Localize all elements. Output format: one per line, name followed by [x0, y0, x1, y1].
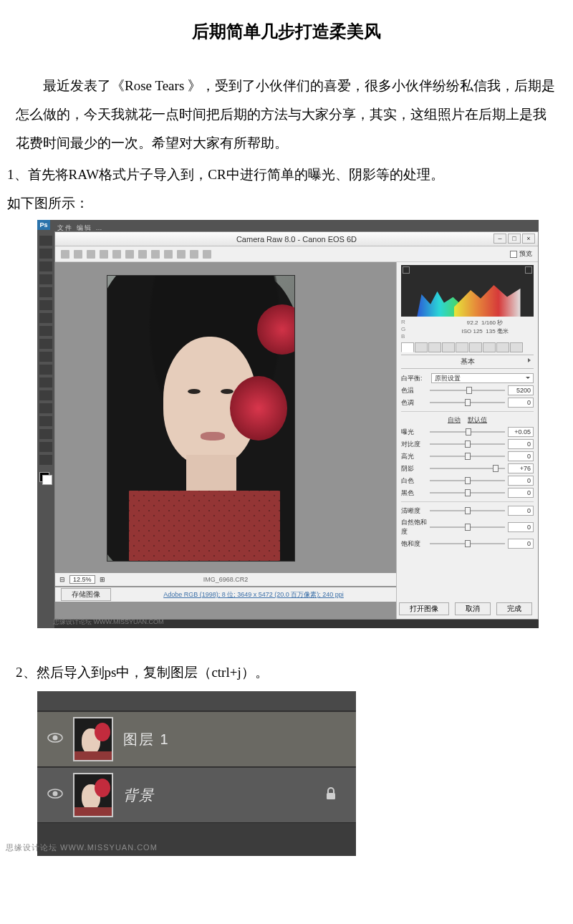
rose-icon [230, 376, 287, 441]
ps-menubar: Ps 文件 编辑 … [37, 220, 539, 231]
tool-icon[interactable] [39, 429, 52, 439]
default-link[interactable]: 默认值 [468, 415, 487, 425]
close-icon[interactable]: × [522, 234, 535, 244]
slider-blacks[interactable]: 黑色0 [401, 488, 534, 498]
tool-icon[interactable] [100, 250, 108, 259]
auto-link[interactable]: 自动 [448, 415, 461, 425]
layer-row-background[interactable]: 背景 [37, 767, 356, 823]
tool-icon[interactable] [39, 326, 52, 336]
tool-icon[interactable] [39, 455, 52, 465]
tool-icon[interactable] [138, 250, 147, 259]
panel-title-basic: 基本 [401, 355, 534, 369]
tab-icon[interactable] [496, 342, 509, 352]
maximize-icon[interactable]: □ [508, 234, 521, 244]
step1-line1: 1、首先将RAW格式片子导入到，CR中进行简单的曝光、阴影等的处理。 [0, 160, 573, 189]
shadow-clip-icon[interactable] [403, 266, 410, 274]
article-intro: 最近发表了《Rose Tears 》，受到了小伙伴们的喜爱，很多小伙伴纷纷私信我… [0, 72, 573, 158]
minimize-icon[interactable]: – [493, 234, 506, 244]
tab-basic[interactable] [401, 342, 414, 352]
tool-icon[interactable] [39, 352, 52, 362]
ps-left-toolbar [37, 231, 54, 628]
color-profile-link[interactable]: Adobe RGB (1998); 8 位; 3649 x 5472 (20.0… [111, 590, 396, 600]
tool-icon[interactable] [203, 250, 211, 259]
slider-saturation[interactable]: 饱和度0 [401, 539, 534, 549]
tab-icon[interactable] [469, 342, 482, 352]
tool-icon[interactable] [177, 250, 186, 259]
zoom-control[interactable]: ⊟ 12.5% ⊞ [59, 575, 105, 584]
layer-name[interactable]: 图层 1 [123, 730, 170, 749]
visibility-eye-icon[interactable] [37, 788, 73, 802]
layer-name[interactable]: 背景 [123, 786, 155, 805]
tool-icon[interactable] [39, 339, 52, 349]
tool-icon[interactable] [39, 365, 52, 375]
tool-icon[interactable] [112, 250, 121, 259]
tool-icon[interactable] [39, 416, 52, 426]
tab-icon[interactable] [442, 342, 455, 352]
cr-preview-area: ⊟ 12.5% ⊞ IMG_6968.CR2 存储图像 Adobe RGB (1… [55, 262, 396, 619]
tool-icon[interactable] [164, 250, 173, 259]
tool-icon[interactable] [39, 390, 52, 400]
filename-label: IMG_6968.CR2 [203, 576, 249, 583]
tool-icon[interactable] [39, 377, 52, 388]
svg-point-1 [53, 736, 58, 741]
camera-raw-screenshot: Ps 文件 编辑 … Camera Raw 8.0 - Canon EOS 6D… [37, 220, 539, 628]
color-swatch-icon[interactable] [39, 472, 52, 485]
svg-rect-4 [327, 793, 335, 799]
layer-thumbnail [73, 773, 113, 817]
exif-info: RGB f/2.2 1/160 秒 ISO 125 135 毫米 [401, 319, 534, 340]
tool-icon[interactable] [87, 250, 95, 259]
camera-raw-window: Camera Raw 8.0 - Canon EOS 6D – □ × 预览 [54, 231, 539, 620]
histogram [401, 265, 534, 317]
cr-window-title: Camera Raw 8.0 - Canon EOS 6D [236, 235, 357, 244]
preview-label: 预览 [519, 249, 532, 259]
tool-icon[interactable] [39, 236, 52, 246]
tool-icon[interactable] [39, 249, 52, 259]
tool-icon[interactable] [39, 403, 52, 413]
tab-icon[interactable] [483, 342, 496, 352]
checkbox-icon[interactable] [510, 251, 517, 258]
tab-icon[interactable] [510, 342, 523, 352]
slider-shadows[interactable]: 阴影+76 [401, 463, 534, 473]
layers-panel-screenshot: 图层 1 背景 [37, 691, 356, 856]
tab-icon[interactable] [415, 342, 428, 352]
layer-row-layer1[interactable]: 图层 1 [37, 711, 356, 767]
tool-icon[interactable] [74, 250, 82, 259]
tool-icon[interactable] [39, 287, 52, 297]
slider-clarity[interactable]: 清晰度0 [401, 506, 534, 516]
slider-highlights[interactable]: 高光0 [401, 451, 534, 461]
photo-preview [107, 275, 295, 562]
tab-icon[interactable] [456, 342, 468, 352]
cr-settings-panel: RGB f/2.2 1/160 秒 ISO 125 135 毫米 [396, 262, 538, 619]
slider-exposure[interactable]: 曝光+0.05 [401, 427, 534, 437]
done-button[interactable]: 完成 [496, 602, 532, 615]
tool-icon[interactable] [39, 313, 52, 323]
slider-whites[interactable]: 白色0 [401, 476, 534, 486]
svg-point-3 [53, 791, 58, 797]
tool-icon[interactable] [39, 442, 52, 452]
slider-temperature[interactable]: 色温5200 [401, 385, 534, 395]
page-footer-watermark: 思缘设计论坛 WWW.MISSYUAN.COM [6, 842, 158, 853]
tool-icon[interactable] [61, 250, 69, 259]
preview-checkbox[interactable]: 预览 [510, 249, 532, 259]
cancel-button[interactable]: 取消 [455, 602, 491, 615]
slider-contrast[interactable]: 对比度0 [401, 439, 534, 449]
tool-icon[interactable] [39, 274, 52, 284]
open-image-button[interactable]: 打开图像 [399, 602, 449, 615]
tab-icon[interactable] [428, 342, 441, 352]
slider-vibrance[interactable]: 自然饱和度0 [401, 518, 534, 536]
tool-icon[interactable] [39, 300, 52, 310]
slider-tint[interactable]: 色调0 [401, 398, 534, 408]
wb-label: 白平衡: [401, 374, 427, 383]
tool-icon[interactable] [125, 250, 134, 259]
lock-icon[interactable] [324, 786, 337, 804]
tool-icon[interactable] [190, 250, 198, 259]
tool-icon[interactable] [39, 261, 52, 271]
tool-icon[interactable] [151, 250, 160, 259]
highlight-clip-icon[interactable] [525, 266, 532, 274]
visibility-eye-icon[interactable] [37, 732, 73, 746]
cr-titlebar: Camera Raw 8.0 - Canon EOS 6D – □ × [55, 232, 538, 246]
wb-select[interactable]: 原照设置 [431, 373, 534, 383]
panel-menu-icon[interactable] [528, 358, 531, 362]
save-image-button[interactable]: 存储图像 [61, 588, 111, 601]
cr-top-toolbar: 预览 [55, 246, 538, 262]
